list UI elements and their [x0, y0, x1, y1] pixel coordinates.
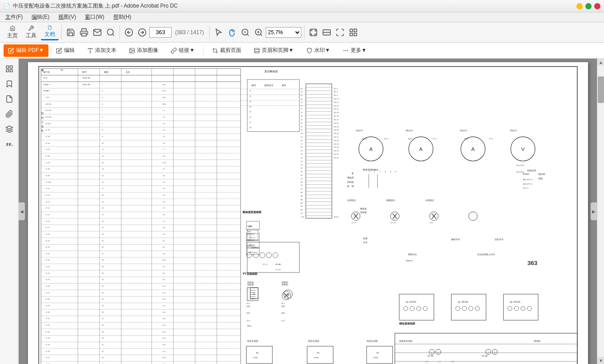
zoom-out-button[interactable] — [239, 26, 252, 39]
link-button[interactable]: 链接▼ — [166, 44, 200, 57]
svg-marker-35 — [6, 126, 12, 130]
svg-text:35: 35 — [300, 170, 302, 173]
svg-text:39: 39 — [300, 184, 302, 186]
edit-toolbar: 编辑 PDF▼ 编辑 添加文本 添加图像 链接▼ 裁剪页面 页眉和页脚▼ 水印▼… — [0, 43, 604, 59]
menu-bar: 文件(F) 编辑(E) 视图(V) 窗口(W) 帮助(H) — [0, 12, 604, 22]
svg-text:N411: N411 — [464, 138, 469, 140]
svg-text:17-33: 17-33 — [45, 331, 49, 333]
svg-text:16-1: 16-1 — [162, 311, 166, 313]
fullscreen-button[interactable] — [334, 26, 346, 39]
svg-text:A1-61: A1-61 — [334, 150, 338, 152]
tab-home[interactable]: 主页 — [4, 24, 21, 40]
pages-icon[interactable] — [3, 92, 16, 106]
svg-text:WC₁: WC₁ — [162, 103, 166, 105]
toolbar-sep-edit-1 — [203, 45, 204, 56]
svg-text:17-12: 17-12 — [45, 194, 49, 196]
email-button[interactable] — [91, 26, 104, 39]
svg-text:17-11: 17-11 — [45, 187, 49, 190]
crop-button[interactable]: 裁剪页面 — [207, 44, 246, 57]
layers-icon[interactable] — [3, 123, 16, 136]
scroll-down-arrow[interactable]: ▼ — [597, 357, 604, 364]
zoom-select[interactable]: 25.7% 50% 75% 100% 125% 150% — [266, 27, 301, 38]
search-button[interactable] — [104, 26, 117, 39]
svg-text:电流互感器: 电流互感器 — [247, 340, 258, 342]
signatures-icon[interactable] — [3, 138, 16, 151]
menu-file[interactable]: 文件(F) — [2, 12, 26, 22]
hand-tool-button[interactable] — [226, 26, 238, 39]
svg-text:母: 母 — [41, 126, 44, 128]
maximize-button[interactable] — [585, 3, 592, 9]
menu-edit[interactable]: 编辑(E) — [28, 12, 53, 22]
svg-text:1-5: 1-5 — [162, 135, 165, 138]
svg-text:32: 32 — [300, 160, 302, 162]
svg-text:23: 23 — [249, 100, 251, 103]
next-page-button[interactable] — [136, 26, 148, 39]
svg-text:3FPU-1: 3FPU-1 — [248, 237, 256, 239]
svg-text:A1: A1 — [300, 209, 303, 211]
svg-text:磁铁开关: 磁铁开关 — [451, 238, 460, 241]
svg-text:小: 小 — [41, 121, 44, 123]
header-footer-button[interactable]: 页眉和页脚▼ — [249, 44, 299, 57]
svg-text:28: 28 — [101, 259, 103, 261]
toolbar-sep-1 — [61, 25, 62, 40]
svg-text:源: 源 — [351, 185, 353, 187]
svg-rect-20 — [350, 33, 352, 36]
svg-text:18-2: 18-2 — [246, 320, 250, 322]
grid-view-button[interactable] — [347, 26, 360, 39]
svg-text:②: ② — [374, 170, 376, 173]
svg-text:合闸指示: 合闸指示 — [347, 199, 356, 202]
select-tool-button[interactable] — [212, 26, 225, 39]
save-button[interactable] — [64, 26, 77, 39]
close-button[interactable] — [594, 3, 600, 9]
svg-text:8-3: 8-3 — [162, 278, 165, 281]
prev-page-button[interactable] — [123, 26, 135, 39]
bookmarks-icon[interactable] — [3, 77, 16, 91]
svg-text:29-1: 29-1 — [162, 83, 166, 86]
add-image-button[interactable]: 添加图像 — [124, 44, 163, 57]
svg-text:XT-59: XT-59 — [275, 263, 280, 265]
add-text-button[interactable]: 添加文本 — [82, 44, 121, 57]
page-number-input[interactable] — [149, 27, 172, 38]
svg-text:XT-1: XT-1 — [489, 138, 493, 140]
svg-text:XT-19: XT-19 — [427, 355, 433, 357]
svg-text:跳闸: 跳闸 — [247, 230, 251, 233]
menu-window[interactable]: 窗口(W) — [81, 12, 108, 22]
svg-text:A1-62: A1-62 — [334, 153, 338, 155]
svg-text:N411: N411 — [362, 138, 367, 140]
attachments-icon[interactable] — [3, 107, 16, 121]
svg-text:照: 照 — [41, 112, 44, 115]
more-button[interactable]: 更多▼ — [338, 44, 372, 57]
fit-page-button[interactable] — [307, 26, 320, 39]
svg-rect-18 — [354, 29, 356, 32]
svg-text:TA: TA — [256, 352, 259, 354]
minimize-button[interactable] — [576, 3, 583, 9]
print-button[interactable] — [78, 26, 90, 39]
svg-text:(3TAb): (3TAb) — [373, 356, 378, 359]
panels-icon[interactable] — [3, 62, 16, 75]
svg-text:分闸指示: 分闸指示 — [425, 199, 434, 202]
svg-line-2 — [112, 34, 114, 36]
zoom-in-button[interactable] — [252, 26, 265, 39]
right-scrollbar[interactable]: ▲ ▼ — [597, 59, 604, 364]
watermark-button[interactable]: 水印▼ — [301, 44, 335, 57]
svg-text:N411: N411 — [408, 138, 412, 140]
edit-pdf-button[interactable]: 编辑 PDF▼ — [4, 44, 48, 57]
scroll-up-arrow[interactable]: ▲ — [597, 59, 604, 66]
svg-text:16: 16 — [300, 105, 302, 107]
edit-content-button[interactable]: 编辑 — [51, 44, 80, 57]
right-expand-arrow[interactable]: ▶ — [591, 202, 597, 220]
menu-help[interactable]: 帮助(H) — [110, 12, 135, 22]
svg-text:9: 9 — [101, 135, 102, 138]
svg-text:29-9: 29-9 — [162, 96, 166, 99]
tab-document[interactable]: 文档 — [41, 24, 59, 40]
fit-width-button[interactable] — [320, 26, 333, 39]
svg-text:继电器: 继电器 — [360, 207, 367, 210]
menu-view[interactable]: 视图(V) — [55, 12, 80, 22]
svg-text:电流互感器: 电流互感器 — [366, 340, 377, 342]
svg-text:34-2: 34-2 — [162, 259, 166, 261]
tab-tools[interactable]: 工具 — [22, 24, 40, 40]
scrollbar-thumb[interactable] — [598, 76, 604, 103]
svg-text:17: 17 — [101, 187, 103, 190]
svg-text:17-16: 17-16 — [45, 220, 49, 222]
left-collapse-arrow[interactable]: ◀ — [19, 202, 25, 220]
